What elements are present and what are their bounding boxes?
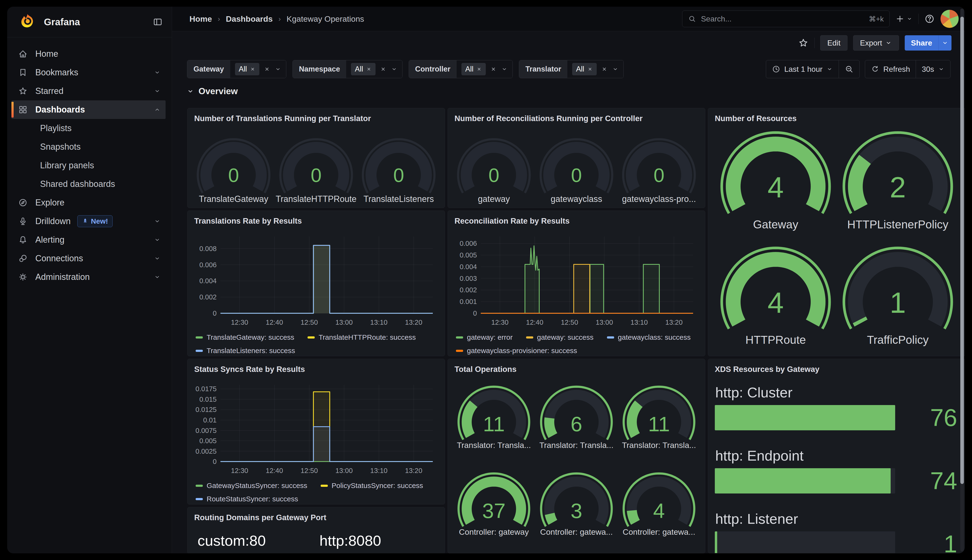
breadcrumb-home[interactable]: Home [189,14,212,23]
export-button[interactable]: Export [853,35,899,50]
svg-text:0.003: 0.003 [459,275,477,282]
bar-track [715,532,895,553]
remove-value-icon[interactable] [476,66,482,72]
sidebar-item-shared-dashboards[interactable]: Shared dashboards [12,175,165,193]
chevron-down-icon[interactable] [275,66,281,72]
legend-item-translatelisteners-success[interactable]: TranslateListeners: success [195,347,295,355]
avatar[interactable] [940,10,959,28]
bar-fill [715,468,891,493]
chevron-down-icon[interactable] [501,66,508,72]
sidebar-item-administration[interactable]: Administration [12,268,165,286]
filter-controller[interactable]: Controller All [409,60,513,78]
scrollbar-thumb[interactable] [960,17,964,484]
panel-title[interactable]: Number of Reconciliations Running per Co… [454,114,698,123]
add-button[interactable] [895,14,913,23]
refresh-interval-picker[interactable]: 30s [916,60,950,78]
clear-filter-icon[interactable] [601,66,608,72]
section-overview-toggle[interactable]: Overview [187,86,238,96]
filter-translator[interactable]: Translator All [519,60,623,78]
legend-item-routestatussyncer-success[interactable]: RouteStatusSyncer: success [195,495,298,503]
legend-item-gatewaystatussyncer-success[interactable]: GatewayStatusSyncer: success [195,482,307,490]
gauge-controller-gatewa: 3Controller: gatewa... [537,467,616,541]
search-box[interactable]: ⌘+k [682,10,890,27]
stat-custom-80: custom:80 [194,532,316,549]
svg-text:0.006: 0.006 [199,261,217,269]
gauge-translatelisteners: 0TranslateListeners [359,129,438,207]
sidebar-item-drilldown[interactable]: DrilldownNew! [12,212,165,230]
chevron-down-icon[interactable] [612,66,619,72]
search-input[interactable] [700,14,864,23]
filter-value-chip[interactable]: All [351,63,375,75]
clear-filter-icon[interactable] [264,66,270,72]
panel-title[interactable]: Routing Domains per Gateway Port [194,513,438,522]
legend-swatch [195,498,203,500]
panel-title[interactable]: XDS Resources by Gateway [715,365,959,374]
chevron-down-icon [154,273,161,281]
legend-label: gatewayclass-provisioner: success [467,347,577,355]
legend-item-translategateway-success[interactable]: TranslateGateway: success [195,333,294,342]
legend-item-gatewayclass-provisioner-success[interactable]: gatewayclass-provisioner: success [456,347,577,355]
gauge-label: Controller: gatewa... [612,527,705,537]
refresh-controls[interactable]: Refresh 30s [865,60,950,78]
sidebar-item-connections[interactable]: Connections [12,249,165,268]
svg-text:13:10: 13:10 [631,318,648,326]
zoom-out-button[interactable] [839,60,859,78]
sidebar-item-dashboards[interactable]: Dashboards [12,100,165,119]
gauge-label: gatewayclass [529,194,624,204]
filter-value-chip[interactable]: All [572,63,596,75]
edit-button[interactable]: Edit [820,35,847,50]
help-button[interactable] [924,13,935,24]
refresh-button[interactable]: Refresh [865,60,916,78]
sidebar-item-alerting[interactable]: Alerting [12,230,165,249]
chevron-down-icon[interactable] [391,66,397,72]
legend-item-gatewayclass-success[interactable]: gatewayclass: success [607,333,691,342]
legend-item-translatehttproute-success[interactable]: TranslateHTTPRoute: success [307,333,416,342]
filter-namespace[interactable]: Namespace All [292,60,402,78]
legend-item-gateway-error[interactable]: gateway: error [456,333,513,342]
time-range-picker[interactable]: Last 1 hour [766,60,860,78]
share-button[interactable]: Share [905,35,952,50]
filter-gateway[interactable]: Gateway All [187,60,286,78]
breadcrumb-dashboards[interactable]: Dashboards [226,14,273,23]
stat-http-8080: http:8080 [316,532,438,549]
clear-filter-icon[interactable] [490,66,497,72]
panel-title[interactable]: Number of Resources [715,114,959,123]
panel-title[interactable]: Status Syncs Rate by Results [194,365,438,374]
legend-item-policystatussyncer-success[interactable]: PolicyStatusSyncer: success [321,482,423,490]
filter-value-chip[interactable]: All [461,63,486,75]
svg-text:13:00: 13:00 [336,467,353,474]
sidebar-item-home[interactable]: Home [12,45,165,63]
svg-text:0: 0 [213,458,217,465]
panel-title[interactable]: Translations Rate by Results [194,217,438,225]
gauge-value: 1 [837,286,959,320]
bell-icon [18,235,29,245]
svg-text:13:10: 13:10 [370,467,388,474]
clear-filter-icon[interactable] [380,66,386,72]
remove-value-icon[interactable] [250,66,256,72]
svg-text:0.01: 0.01 [203,416,217,424]
brand-title: Grafana [44,17,80,27]
panel-title[interactable]: Total Operations [454,365,698,374]
legend-swatch [456,337,463,338]
remove-value-icon[interactable] [366,66,372,72]
grafana-logo-icon[interactable] [18,13,37,31]
favorite-star-button[interactable] [798,38,808,48]
sidebar-collapse-icon[interactable] [153,17,163,27]
legend-item-gateway-success[interactable]: gateway: success [526,333,594,342]
sidebar-item-bookmarks[interactable]: Bookmarks [12,63,165,82]
legend-label: gateway: error [467,333,513,342]
chevron-down-icon[interactable] [939,35,952,50]
filter-label: Controller [409,60,457,78]
sidebar-item-playlists[interactable]: Playlists [12,119,165,138]
chevron-down-icon [187,87,194,95]
sidebar-item-library-panels[interactable]: Library panels [12,156,165,175]
panel-title[interactable]: Number of Translations Running per Trans… [194,114,438,123]
sidebar-item-starred[interactable]: Starred [12,82,165,100]
sidebar-item-explore[interactable]: Explore [12,193,165,212]
filter-label: Namespace [293,60,346,78]
remove-value-icon[interactable] [587,66,593,72]
scrollbar[interactable] [960,8,964,552]
filter-value-chip[interactable]: All [235,63,259,75]
panel-title[interactable]: Reconciliation Rate by Results [454,217,698,225]
sidebar-item-snapshots[interactable]: Snapshots [12,138,165,156]
